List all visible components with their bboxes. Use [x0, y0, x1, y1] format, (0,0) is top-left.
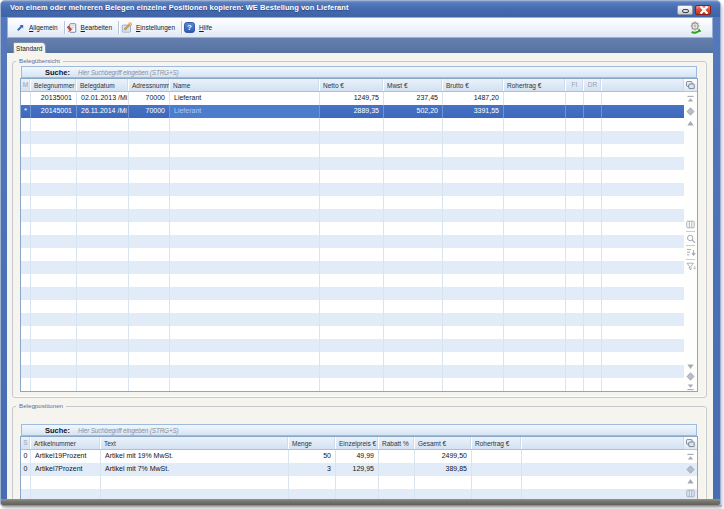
scroll-thumb-icon[interactable]: [686, 465, 695, 474]
scroll-thumb-icon[interactable]: [686, 107, 695, 116]
cell[interactable]: 70000: [129, 105, 170, 118]
column-header-rabatt-[interactable]: Rabatt %: [379, 437, 415, 449]
cell[interactable]: 26.11.2014 /Mi: [77, 105, 129, 118]
scroll-up-icon[interactable]: [686, 477, 695, 486]
column-header-fi[interactable]: FI: [566, 79, 584, 91]
cell: [320, 222, 384, 235]
cell: [21, 476, 31, 489]
cell[interactable]: Artikel mit 7% MwSt.: [101, 463, 289, 476]
column-header-einzelpreis-[interactable]: Einzelpreis €: [336, 437, 379, 449]
column-header-netto-[interactable]: Netto €: [320, 79, 384, 91]
cell[interactable]: 237,45: [384, 92, 443, 105]
column-header-rohertrag-[interactable]: Rohertrag €: [504, 79, 566, 91]
cell: [443, 261, 504, 274]
columns-icon[interactable]: [686, 220, 695, 229]
cell[interactable]: 0: [21, 463, 31, 476]
cell[interactable]: [584, 105, 602, 118]
cell: [77, 248, 129, 261]
cell[interactable]: Lieferant: [170, 92, 320, 105]
cell[interactable]: [566, 92, 584, 105]
cell[interactable]: 70000: [129, 92, 170, 105]
cell[interactable]: 129,95: [336, 463, 379, 476]
refresh-gear-icon[interactable]: [689, 21, 702, 34]
cell: [77, 196, 129, 209]
column-header-text[interactable]: Text: [101, 437, 289, 449]
cell[interactable]: Artikel mit 19% MwSt.: [101, 450, 289, 463]
cell[interactable]: 1249,75: [320, 92, 384, 105]
cell[interactable]: [379, 450, 415, 463]
column-chooser-button[interactable]: [684, 437, 697, 450]
cell[interactable]: [504, 105, 566, 118]
cell: [21, 248, 31, 261]
cell[interactable]: [584, 92, 602, 105]
cell[interactable]: 1487,20: [443, 92, 504, 105]
column-header-mwst-[interactable]: Mwst €: [384, 79, 443, 91]
cell[interactable]: 02.01.2013 /Mi: [77, 92, 129, 105]
cell[interactable]: [379, 463, 415, 476]
scroll-down-icon[interactable]: [686, 362, 695, 371]
column-header-adressnummer[interactable]: Adressnummer: [129, 79, 170, 91]
column-header-name[interactable]: Name: [170, 79, 320, 91]
cell[interactable]: 49,99: [336, 450, 379, 463]
cell[interactable]: 20145001: [31, 105, 77, 118]
search-bar-belegpositionen[interactable]: Suche: Hier Suchbegriff eingeben (STRG+S…: [21, 424, 697, 436]
toolbar-button-hilfe[interactable]: ?Hilfe: [184, 20, 216, 35]
sort-icon[interactable]: [686, 248, 695, 257]
column-header-dr[interactable]: DR: [584, 79, 602, 91]
cell[interactable]: Artikel19Prozent: [31, 450, 101, 463]
cell[interactable]: *: [21, 105, 31, 118]
filter-icon[interactable]: [686, 262, 695, 271]
column-header-m[interactable]: M: [21, 79, 31, 91]
scroll-bottom-icon[interactable]: [686, 382, 695, 391]
columns-icon[interactable]: [686, 489, 695, 498]
table-row[interactable]: 2013500102.01.2013 /Mi70000Lieferant1249…: [21, 92, 684, 105]
toolbar-button-einstellungen[interactable]: Einstellungen: [121, 20, 179, 35]
cell[interactable]: 389,85: [415, 463, 472, 476]
toolbar-button-label: Einstellungen: [136, 24, 175, 31]
close-button[interactable]: [695, 5, 711, 15]
column-header-artikelnummer[interactable]: Artikelnummer: [31, 437, 101, 449]
table-row[interactable]: 0Artikel7ProzentArtikel mit 7% MwSt.3129…: [21, 463, 697, 476]
grid-scroll-strip[interactable]: [684, 79, 697, 391]
tab-standard[interactable]: Standard: [13, 42, 47, 53]
table-row[interactable]: *2014500126.11.2014 /Mi70000Lieferant288…: [21, 105, 684, 118]
scroll-top-icon[interactable]: [686, 453, 695, 462]
cell[interactable]: Lieferant: [170, 105, 320, 118]
cell[interactable]: 3391,55: [443, 105, 504, 118]
cell: [31, 287, 77, 300]
column-header-belegdatum[interactable]: Belegdatum: [77, 79, 129, 91]
column-header-menge[interactable]: Menge: [289, 437, 336, 449]
column-header-rohertrag-[interactable]: Rohertrag €: [472, 437, 522, 449]
cell[interactable]: Artikel7Prozent: [31, 463, 101, 476]
cell[interactable]: 2499,50: [415, 450, 472, 463]
cell[interactable]: 20135001: [31, 92, 77, 105]
cell[interactable]: [21, 92, 31, 105]
cell[interactable]: 2889,35: [320, 105, 384, 118]
cell[interactable]: [472, 463, 522, 476]
column-header-gesamt-[interactable]: Gesamt €: [415, 437, 472, 449]
scroll-up-icon[interactable]: [686, 119, 695, 128]
toolbar-button-bearbeiten[interactable]: Bearbeiten: [67, 21, 116, 35]
scroll-thumb-icon[interactable]: [686, 372, 695, 381]
cell[interactable]: 502,20: [384, 105, 443, 118]
cell[interactable]: [472, 450, 522, 463]
column-header-belegnummer[interactable]: Belegnummer: [31, 79, 77, 91]
column-header-s[interactable]: S: [21, 437, 31, 449]
column-header-brutto-[interactable]: Brutto €: [443, 79, 504, 91]
cell[interactable]: [566, 105, 584, 118]
search-bar-beleguebersicht[interactable]: Suche: Hier Suchbegriff eingeben (STRG+S…: [21, 66, 697, 78]
cell[interactable]: [504, 92, 566, 105]
column-chooser-button[interactable]: [684, 79, 697, 92]
scroll-top-icon[interactable]: [686, 95, 695, 104]
magnifier-icon[interactable]: [686, 234, 695, 243]
cell[interactable]: 3: [289, 463, 336, 476]
title-bar[interactable]: Von einem oder mehreren Belegen einzelne…: [1, 1, 720, 17]
grid-scroll-strip[interactable]: [684, 437, 697, 499]
column-header-filler: [522, 437, 684, 449]
table-row[interactable]: 0Artikel19ProzentArtikel mit 19% MwSt.50…: [21, 450, 697, 463]
cell: [21, 196, 31, 209]
cell[interactable]: 50: [289, 450, 336, 463]
toolbar-button-allgemein[interactable]: Allgemein: [16, 21, 62, 34]
cell[interactable]: 0: [21, 450, 31, 463]
restore-button[interactable]: [677, 5, 693, 15]
